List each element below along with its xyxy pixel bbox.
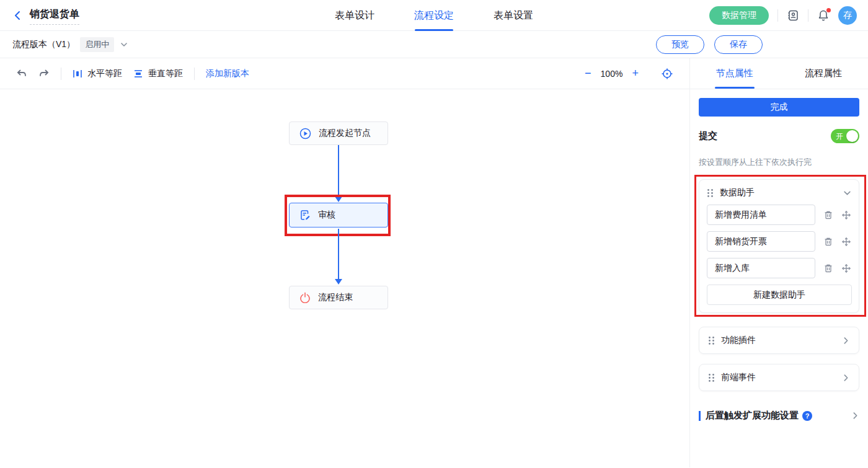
flow-node-end[interactable]: 流程结束 xyxy=(289,286,388,309)
version-bar: 流程版本（V1） 启用中 预览 保存 xyxy=(0,31,868,58)
flow-edge-arrowhead xyxy=(335,279,342,285)
chevron-right-icon xyxy=(842,374,850,382)
plugin-section[interactable]: 功能插件 xyxy=(699,327,859,354)
flow-node-label: 流程发起节点 xyxy=(319,128,371,139)
toggle-knob xyxy=(846,130,858,142)
edit-document-icon xyxy=(299,210,311,221)
vertical-distribute-button[interactable]: 垂直等距 xyxy=(133,68,183,79)
data-helper-item[interactable]: 新增销货开票 xyxy=(707,231,815,252)
flow-node-label: 流程结束 xyxy=(318,292,353,303)
data-helper-item[interactable]: 新增入库 xyxy=(707,258,815,278)
frontend-events-section[interactable]: 前端事件 xyxy=(699,364,859,391)
data-manage-button[interactable]: 数据管理 xyxy=(709,6,769,25)
notification-bell-icon[interactable] xyxy=(817,9,830,22)
redo-icon[interactable] xyxy=(38,69,50,79)
flow-node-label: 审核 xyxy=(318,210,335,221)
canvas-toolbar: 水平等距 垂直等距 添加新版本 − 100% + xyxy=(0,58,689,89)
data-helper-item[interactable]: 新增费用清单 xyxy=(707,205,815,225)
delete-trash-icon[interactable] xyxy=(823,210,833,220)
page-title[interactable]: 销货退货单 xyxy=(30,8,79,25)
toggle-on-label: 开 xyxy=(836,131,843,141)
flow-edge xyxy=(338,145,339,197)
zoom-level: 100% xyxy=(595,69,628,79)
section-accent-bar xyxy=(699,411,701,421)
divider xyxy=(61,68,61,80)
drag-handle-icon[interactable] xyxy=(708,336,715,345)
done-button[interactable]: 完成 xyxy=(699,98,859,117)
locate-crosshair-icon[interactable] xyxy=(661,68,673,80)
flow-edge xyxy=(338,229,339,280)
notification-dot xyxy=(826,8,831,12)
divider xyxy=(808,9,808,22)
tab-form-setting[interactable]: 表单设置 xyxy=(494,0,533,31)
properties-panel: 节点属性 流程属性 完成 提交 开 按设置顺序从上往下依次执行完 xyxy=(690,58,868,467)
horizontal-distribute-label: 水平等距 xyxy=(87,68,122,79)
top-bar: 销货退货单 表单设计 流程设定 表单设置 数据管理 存 xyxy=(0,0,868,31)
help-question-icon[interactable]: ? xyxy=(802,411,812,421)
tab-form-design[interactable]: 表单设计 xyxy=(335,0,374,31)
plugin-section-label: 功能插件 xyxy=(721,335,756,346)
flow-node-audit[interactable]: 审核 xyxy=(289,203,388,227)
move-icon[interactable] xyxy=(841,210,851,220)
data-helper-title: 数据助手 xyxy=(720,187,755,198)
add-new-version-link[interactable]: 添加新版本 xyxy=(206,68,249,79)
power-icon xyxy=(299,292,311,303)
avatar[interactable]: 存 xyxy=(838,6,857,25)
main-tabs: 表单设计 流程设定 表单设置 xyxy=(335,0,533,31)
move-icon[interactable] xyxy=(841,263,851,273)
chevron-down-icon[interactable] xyxy=(843,189,851,197)
horizontal-distribute-button[interactable]: 水平等距 xyxy=(73,68,122,79)
chevron-down-icon[interactable] xyxy=(120,41,128,48)
submit-label: 提交 xyxy=(699,130,717,142)
zoom-out-button[interactable]: − xyxy=(581,67,595,80)
move-icon[interactable] xyxy=(841,237,851,247)
status-badge: 启用中 xyxy=(80,37,114,52)
post-trigger-label: 后置触发扩展功能设置 xyxy=(706,410,799,422)
tab-flow-setting[interactable]: 流程设定 xyxy=(414,0,454,31)
canvas-column: 水平等距 垂直等距 添加新版本 − 100% + xyxy=(0,58,690,467)
execution-order-hint: 按设置顺序从上往下依次执行完 xyxy=(699,157,859,168)
zoom-in-button[interactable]: + xyxy=(628,67,642,80)
back-icon[interactable] xyxy=(12,10,24,21)
preview-button[interactable]: 预览 xyxy=(656,35,704,54)
address-book-icon[interactable] xyxy=(787,9,799,22)
tab-flow-properties[interactable]: 流程属性 xyxy=(779,58,868,89)
drag-handle-icon[interactable] xyxy=(708,373,715,382)
new-data-helper-button[interactable]: 新建数据助手 xyxy=(707,285,852,305)
delete-trash-icon[interactable] xyxy=(823,237,833,247)
flow-version-label: 流程版本（V1） xyxy=(12,39,75,50)
frontend-events-label: 前端事件 xyxy=(721,372,756,383)
data-helper-row: 新增费用清单 xyxy=(707,205,851,225)
flow-canvas[interactable]: 流程发起节点 审核 xyxy=(0,89,689,467)
chevron-right-icon xyxy=(842,337,850,345)
divider xyxy=(194,68,195,80)
divider xyxy=(777,9,778,22)
chevron-right-icon xyxy=(851,412,859,420)
flow-node-start[interactable]: 流程发起节点 xyxy=(289,121,388,145)
delete-trash-icon[interactable] xyxy=(823,263,833,273)
undo-icon[interactable] xyxy=(16,69,27,79)
tab-node-properties[interactable]: 节点属性 xyxy=(690,58,779,89)
submit-toggle[interactable]: 开 xyxy=(831,129,859,143)
play-circle-icon xyxy=(299,128,311,139)
save-button[interactable]: 保存 xyxy=(714,35,763,54)
data-helper-section: 数据助手 新增费用清单 xyxy=(699,179,859,313)
drag-handle-icon[interactable] xyxy=(707,188,714,198)
flow-edge-arrowhead xyxy=(335,196,342,202)
post-trigger-section[interactable]: 后置触发扩展功能设置 ? xyxy=(699,410,859,422)
data-helper-row: 新增销货开票 xyxy=(707,231,851,252)
data-helper-row: 新增入库 xyxy=(707,258,851,278)
vertical-distribute-label: 垂直等距 xyxy=(148,68,183,79)
